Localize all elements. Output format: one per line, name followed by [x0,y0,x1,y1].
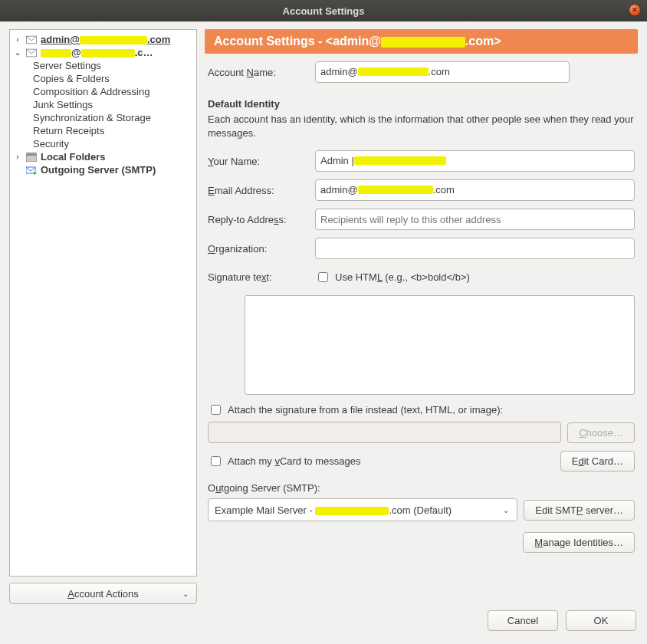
your-name-input[interactable] [315,150,635,172]
content-pane: Account Settings - <admin@.com> Account … [205,29,638,604]
smtp-label: Outgoing Server (SMTP): [208,482,635,494]
svg-rect-2 [26,155,37,162]
pane-header: Account Settings - <admin@.com> [205,29,638,54]
chevron-down-icon[interactable]: ⌄ [13,48,22,57]
account-label: @.c… [41,47,153,58]
reply-to-label: Reply-to Address: [208,214,307,225]
cancel-button[interactable]: Cancel [488,610,558,631]
identity-section-title: Default Identity [208,98,635,110]
tree-item-junk[interactable]: Junk Settings [11,98,195,111]
tree-item-server-settings[interactable]: Server Settings [11,59,195,72]
account-actions-label: Account Actions [67,588,139,600]
chevron-right-icon[interactable]: › [13,35,22,44]
use-html-label: Use HTML (e.g., <b>bold</b>) [335,271,470,283]
signature-textarea[interactable] [245,295,635,395]
reply-to-input[interactable] [315,209,635,230]
manage-identities-button[interactable]: Manage Identities… [523,532,635,553]
account-actions-dropdown[interactable]: Account Actions ⌄ [9,583,197,604]
identity-section-desc: Each account has an identity, which is t… [208,113,635,140]
smtp-selected-value: Example Mail Server - .com (Default) [215,504,452,516]
close-icon[interactable]: ✕ [629,4,641,16]
signature-label: Signature text: [208,271,307,283]
edit-smtp-button[interactable]: Edit SMTP server… [524,500,635,521]
chevron-down-icon: ⌄ [182,590,189,598]
account-name-input[interactable] [315,61,570,83]
tree-item-sync[interactable]: Synchronization & Storage [11,111,195,124]
attach-file-label: Attach the signature from a file instead… [228,404,503,416]
tree-item-copies-folders[interactable]: Copies & Folders [11,72,195,85]
tree-item-security[interactable]: Security [11,137,195,150]
dialog-footer: Cancel OK [0,604,647,636]
account-node-1[interactable]: › admin@.com [11,33,195,46]
email-input[interactable] [315,179,635,201]
window-title: Account Settings [283,5,365,17]
account-tree[interactable]: › admin@.com ⌄ @.c… Server Settings Co [9,29,197,577]
attach-vcard-checkbox[interactable]: Attach my vCard to messages [208,454,360,468]
organization-label: Organization: [208,243,307,255]
ok-button[interactable]: OK [566,610,636,631]
chevron-down-icon: ⌄ [503,506,509,514]
use-html-checkbox[interactable]: Use HTML (e.g., <b>bold</b>) [315,270,470,284]
choose-file-button: Choose… [567,422,635,443]
account-node-2[interactable]: ⌄ @.c… [11,46,195,59]
local-folders-node[interactable]: › Local Folders [11,150,195,163]
attach-file-checkbox[interactable]: Attach the signature from a file instead… [208,402,635,417]
chevron-right-icon[interactable]: › [13,153,22,161]
sidebar: › admin@.com ⌄ @.c… Server Settings Co [9,29,197,604]
archive-icon [25,153,38,162]
smtp-server-select[interactable]: Example Mail Server - .com (Default) ⌄ [208,498,517,521]
envelope-icon [25,48,38,58]
your-name-label: Your Name: [208,156,307,167]
envelope-icon [25,35,38,44]
window-titlebar: Account Settings ✕ [0,0,647,21]
tree-item-receipts[interactable]: Return Receipts [11,124,195,137]
send-icon [25,166,38,175]
svg-rect-3 [27,153,36,155]
outgoing-server-node[interactable]: Outgoing Server (SMTP) [11,163,195,176]
edit-card-button[interactable]: Edit Card… [560,451,635,472]
tree-item-composition[interactable]: Composition & Addressing [11,85,195,98]
attach-vcard-label: Attach my vCard to messages [228,455,360,467]
signature-file-path [208,422,561,443]
organization-input[interactable] [315,238,635,259]
email-label: Email Address: [208,185,307,196]
account-label: admin@.com [41,34,170,45]
account-name-label: Account Name: [208,67,307,78]
